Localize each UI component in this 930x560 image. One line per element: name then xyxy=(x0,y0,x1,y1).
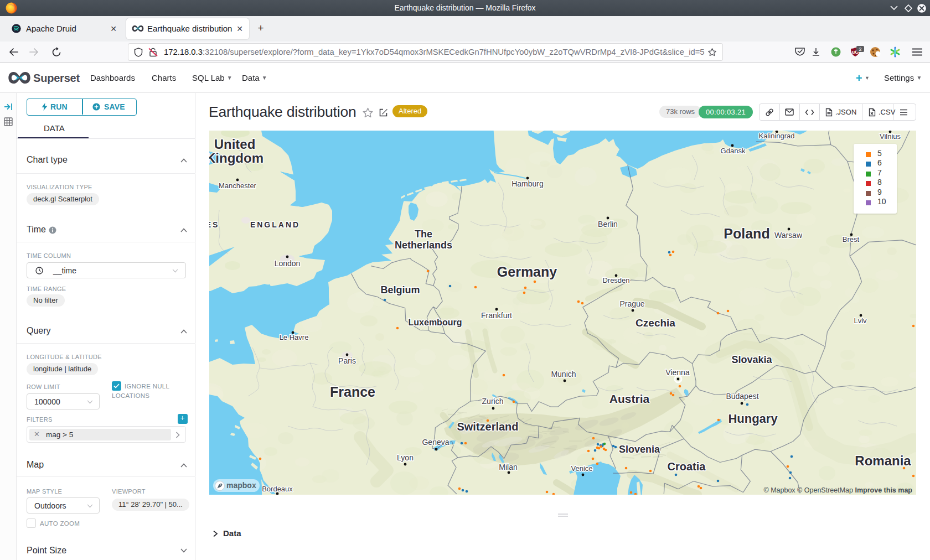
svg-text:Milan: Milan xyxy=(499,463,517,471)
svg-text:Gdansk: Gdansk xyxy=(721,147,746,155)
svg-text:Paris: Paris xyxy=(338,356,356,365)
svg-text:Zurich: Zurich xyxy=(482,397,504,406)
svg-text:France: France xyxy=(330,384,375,400)
svg-text:Manchester: Manchester xyxy=(219,182,257,190)
svg-text:Kaliningrad: Kaliningrad xyxy=(758,132,794,140)
svg-text:ENGLAND: ENGLAND xyxy=(250,220,300,229)
svg-text:Poland: Poland xyxy=(724,226,769,241)
svg-text:Venice: Venice xyxy=(571,464,592,473)
svg-text:Frankfurt: Frankfurt xyxy=(481,311,512,320)
svg-text:Croatia: Croatia xyxy=(668,460,706,473)
svg-text:Prague: Prague xyxy=(619,299,644,308)
svg-text:Hamburg: Hamburg xyxy=(512,179,544,188)
svg-text:Luxembourg: Luxembourg xyxy=(409,318,462,327)
svg-text:Switzerland: Switzerland xyxy=(457,421,518,433)
svg-text:© Mapbox © OpenStreetMap Impro: © Mapbox © OpenStreetMap Improve this ma… xyxy=(763,486,912,494)
svg-text:Vienna: Vienna xyxy=(665,368,690,377)
svg-text:Austria: Austria xyxy=(609,392,650,405)
svg-text:Belgium: Belgium xyxy=(380,284,420,295)
svg-text:Bordeaux: Bordeaux xyxy=(262,485,293,493)
svg-text:Munich: Munich xyxy=(551,370,576,378)
svg-text:Budapest: Budapest xyxy=(726,392,758,401)
svg-text:Lyon: Lyon xyxy=(397,453,414,462)
svg-text:2: 2 xyxy=(859,46,861,52)
svg-text:Romania: Romania xyxy=(855,453,911,468)
svg-text:Hungary: Hungary xyxy=(728,412,778,426)
svg-text:Lviv: Lviv xyxy=(854,317,867,325)
svg-text:Slovakia: Slovakia xyxy=(731,354,772,365)
svg-text:Brest: Brest xyxy=(843,235,860,243)
svg-text:Berlin: Berlin xyxy=(598,220,618,229)
svg-text:Germany: Germany xyxy=(497,264,557,279)
svg-text:The: The xyxy=(415,229,432,240)
svg-text:Dresden: Dresden xyxy=(602,276,629,284)
svg-text:Kingdom: Kingdom xyxy=(209,151,264,165)
svg-text:Netherlands: Netherlands xyxy=(395,240,452,251)
svg-text:ES: ES xyxy=(209,220,219,229)
svg-text:Le Havre: Le Havre xyxy=(280,333,309,341)
svg-text:Geneva: Geneva xyxy=(422,438,449,447)
svg-text:Vilnius: Vilnius xyxy=(880,132,901,141)
svg-text:London: London xyxy=(275,259,301,268)
svg-text:Slovenia: Slovenia xyxy=(619,444,660,455)
svg-text:United: United xyxy=(214,137,256,152)
svg-text:Czechia: Czechia xyxy=(636,317,675,329)
svg-text:Warsaw: Warsaw xyxy=(774,231,803,240)
